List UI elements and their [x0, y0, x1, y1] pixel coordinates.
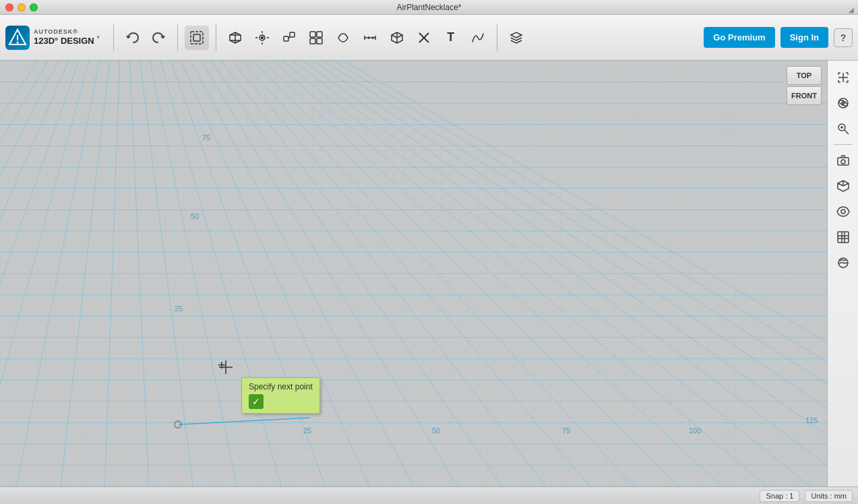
svg-rect-38	[838, 232, 849, 243]
maximize-button[interactable]	[30, 3, 38, 11]
modify-tool-button[interactable]	[304, 26, 328, 50]
axis-label-75-x: 75	[562, 427, 570, 435]
axis-label-50-y: 50	[191, 212, 199, 220]
toolbar-divider-3	[216, 24, 216, 51]
minimize-button[interactable]	[18, 3, 26, 11]
tooltip-text: Specify next point	[249, 382, 313, 391]
tooltip-box: Specify next point ✓	[241, 377, 320, 414]
rt-divider-1	[834, 144, 853, 145]
main-area: Specify next point ✓ 75 50 25 25 50 75 1…	[0, 61, 858, 486]
right-toolbar	[827, 61, 858, 486]
axis-label-100-x: 100	[689, 427, 701, 435]
pattern-tool-button[interactable]	[331, 26, 355, 50]
text-tool-icon: T	[447, 30, 454, 44]
zoom-extents-button[interactable]	[832, 66, 855, 89]
grid-canvas	[0, 61, 827, 486]
svg-rect-10	[317, 32, 322, 37]
text-tool-button[interactable]: T	[439, 26, 463, 50]
help-button[interactable]: ?	[834, 28, 853, 47]
svg-rect-9	[310, 32, 315, 37]
select-tool-button[interactable]	[185, 26, 209, 50]
logo-text: AUTODESK® 123D° DESIGN	[34, 28, 94, 46]
close-button[interactable]	[5, 3, 13, 11]
sketch-tool-button[interactable]	[250, 26, 274, 50]
toolbar-divider-4	[497, 24, 497, 51]
logo-dropdown-arrow[interactable]: ▼	[96, 34, 101, 40]
units-status[interactable]: Units : mm	[805, 490, 853, 502]
axis-label-75-y: 75	[202, 133, 210, 141]
svg-rect-11	[310, 38, 315, 44]
svg-point-2	[17, 41, 19, 43]
svg-point-6	[261, 36, 263, 38]
tooltip-confirm-button[interactable]: ✓	[249, 394, 264, 409]
svg-rect-7	[284, 36, 288, 41]
undo-redo-group	[121, 26, 171, 50]
axis-label-125-x: 125	[805, 416, 818, 424]
window-controls[interactable]	[5, 3, 38, 11]
snap-tool-button[interactable]	[412, 26, 436, 50]
svg-line-32	[845, 130, 849, 134]
svg-rect-4	[193, 34, 200, 41]
axis-label-50-x: 50	[432, 427, 440, 435]
undo-button[interactable]	[121, 26, 145, 50]
signin-button[interactable]: Sign In	[780, 27, 828, 48]
statusbar: Snap : 1 Units : mm	[0, 486, 858, 504]
view-cube: TOP FRONT	[787, 66, 822, 105]
svg-point-37	[841, 210, 845, 214]
zoom-button[interactable]	[832, 117, 855, 140]
resize-handle: ◢	[849, 6, 855, 13]
grid-settings-button[interactable]	[832, 226, 855, 249]
premium-button[interactable]: Go Premium	[704, 27, 774, 48]
app-name-label: 123D° DESIGN	[34, 36, 94, 46]
autodesk-label: AUTODESK®	[34, 28, 94, 36]
toolbar-divider-2	[177, 24, 178, 51]
start-point	[174, 420, 182, 429]
layers-tool-button[interactable]	[504, 26, 528, 50]
primitive-tool-button[interactable]	[223, 26, 247, 50]
axis-label-25-y: 25	[175, 305, 183, 313]
svg-rect-12	[317, 38, 322, 44]
material-view-button[interactable]	[832, 251, 855, 274]
orbit-button[interactable]	[832, 92, 855, 115]
svg-point-36	[841, 160, 845, 164]
svg-point-30	[842, 102, 845, 104]
titlebar: AirPlantNecklace* ◢	[0, 0, 858, 15]
measure-tool-button[interactable]	[358, 26, 382, 50]
construct-tool-button[interactable]	[277, 26, 301, 50]
axis-label-25-x: 25	[303, 427, 311, 435]
svg-rect-8	[290, 32, 295, 37]
curve-tool-button[interactable]	[466, 26, 490, 50]
logo-icon	[5, 26, 30, 50]
material-tool-button[interactable]	[385, 26, 409, 50]
logo-area: AUTODESK® 123D° DESIGN ▼	[5, 26, 101, 50]
svg-rect-3	[191, 32, 203, 44]
redo-button[interactable]	[146, 26, 171, 50]
perspective-button[interactable]	[832, 175, 855, 197]
canvas[interactable]: Specify next point ✓ 75 50 25 25 50 75 1…	[0, 61, 827, 486]
snap-status[interactable]: Snap : 1	[760, 490, 799, 502]
camera-button[interactable]	[832, 149, 855, 172]
toolbar-divider-1	[113, 24, 114, 51]
view-top-button[interactable]: TOP	[787, 66, 822, 85]
view-front-button[interactable]: FRONT	[787, 86, 822, 105]
toolbar: AUTODESK® 123D° DESIGN ▼	[0, 15, 858, 61]
window-title: AirPlantNecklace*	[396, 3, 461, 12]
visibility-button[interactable]	[832, 200, 855, 223]
